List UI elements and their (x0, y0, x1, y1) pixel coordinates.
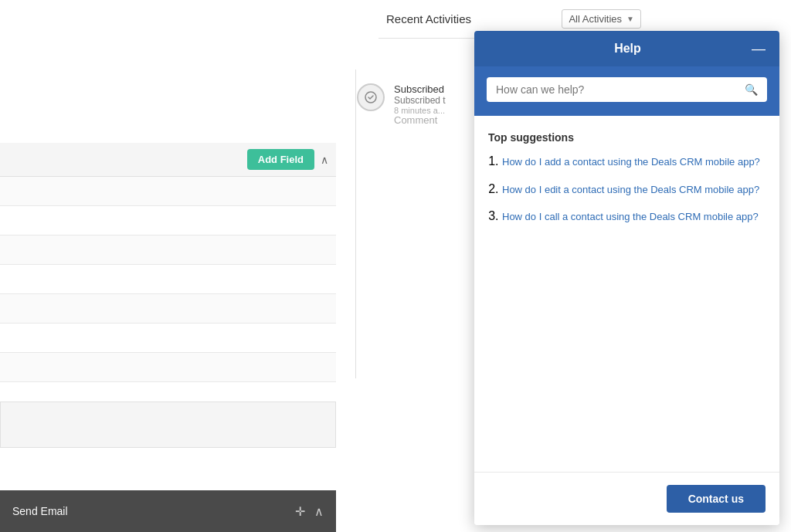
send-email-label: Send Email (12, 505, 68, 517)
vertical-divider (355, 69, 356, 378)
help-dialog-footer: Contact us (474, 472, 779, 525)
subscribed-subtitle: Subscribed t (394, 95, 446, 106)
form-row (0, 206, 336, 236)
top-suggestions-title: Top suggestions (488, 131, 766, 144)
dropdown-label: All Activities (569, 13, 622, 25)
subscribed-event: Subscribed Subscribed t 8 minutes a... (394, 83, 446, 115)
form-row (0, 265, 336, 294)
activities-dropdown[interactable]: All Activities ▼ (562, 9, 641, 29)
help-close-button[interactable]: — (752, 42, 766, 56)
send-email-icons: ✛ ∧ (295, 504, 324, 519)
help-dialog-title: Help (504, 42, 752, 56)
add-field-button[interactable]: Add Field (247, 149, 314, 170)
comment-area: Comment (394, 114, 437, 126)
collapse-icon[interactable]: ∧ (321, 154, 328, 166)
help-search-box: 🔍 (487, 77, 767, 102)
left-panel: Add Field ∧ (0, 143, 336, 412)
comment-placeholder: Comment (394, 114, 437, 126)
search-icon: 🔍 (745, 83, 758, 96)
form-row (0, 236, 336, 265)
chevron-down-icon: ▼ (626, 15, 634, 23)
form-row (0, 177, 336, 206)
suggestion-item-2: How do I edit a contact using the Deals … (502, 182, 766, 198)
send-email-bar: Send Email ✛ ∧ (0, 490, 336, 532)
subscribed-icon (357, 83, 385, 111)
form-rows (0, 177, 336, 412)
help-dialog-header: Help — (474, 31, 779, 66)
form-row (0, 324, 336, 353)
form-row (0, 353, 336, 382)
help-search-input[interactable] (496, 83, 745, 96)
form-row (0, 294, 336, 324)
suggestion-item-3: How do I call a contact using the Deals … (502, 209, 766, 225)
contact-us-button[interactable]: Contact us (667, 485, 766, 513)
subscribed-title: Subscribed (394, 83, 446, 95)
expand-icon[interactable]: ∧ (314, 504, 324, 519)
left-panel-header: Add Field ∧ (0, 143, 336, 177)
help-search-area: 🔍 (474, 66, 779, 116)
suggestion-link-3[interactable]: How do I call a contact using the Deals … (502, 211, 759, 222)
suggestion-link-1[interactable]: How do I add a contact using the Deals C… (502, 156, 760, 168)
help-dialog-body: Top suggestions How do I add a contact u… (474, 116, 779, 472)
suggestion-item-1: How do I add a contact using the Deals C… (502, 154, 766, 170)
suggestions-list: How do I add a contact using the Deals C… (488, 154, 766, 225)
suggestion-link-2[interactable]: How do I edit a contact using the Deals … (502, 184, 759, 195)
left-panel-section2 (0, 402, 336, 448)
move-icon[interactable]: ✛ (295, 504, 305, 519)
recent-activities-title: Recent Activities (386, 12, 471, 25)
help-dialog: Help — 🔍 Top suggestions How do I add a … (474, 31, 779, 525)
